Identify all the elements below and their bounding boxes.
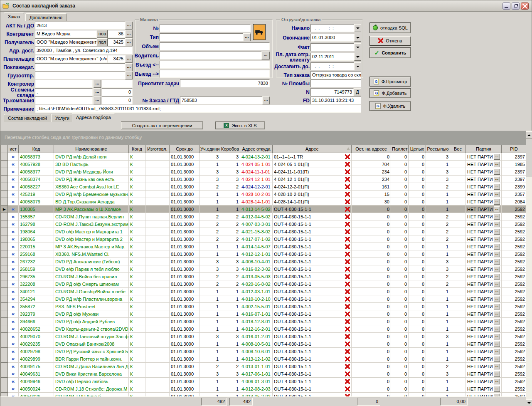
table-row[interactable]: «268159DVD е/ф Париж я тебя люблюК01.01.… xyxy=(1,265,526,273)
party-ellipsis-button[interactable]: ... xyxy=(494,199,500,205)
priority-field[interactable]: 7830 xyxy=(180,79,270,87)
delete-cross-icon[interactable] xyxy=(345,229,350,234)
machine-type-field[interactable] xyxy=(160,33,243,41)
kontroler-id-field[interactable] xyxy=(102,80,133,88)
party-ellipsis-button[interactable]: ... xyxy=(494,349,500,354)
machine-driver-field[interactable] xyxy=(160,52,261,59)
party-ellipsis-button[interactable]: ... xyxy=(494,319,500,324)
table-row[interactable]: «162798CD-ROM J.Такси3.Безумн.экстримК01… xyxy=(1,220,526,228)
delete-cross-icon[interactable] xyxy=(345,169,350,174)
delete-cross-icon[interactable] xyxy=(345,364,350,369)
table-row[interactable]: «425219DVD РД м/ф Бременские музыкан.К01… xyxy=(1,191,526,198)
party-ellipsis-button[interactable]: ... xyxy=(494,221,500,227)
table-row[interactable]: «40029798DVD РД Русский язык с Хрюшей 5К… xyxy=(1,348,526,355)
col-header-8[interactable]: Коробов xyxy=(220,145,240,153)
form-add-button[interactable]: GФ.Добавить xyxy=(369,88,411,98)
primechanie-field[interactable]: ; file=d:\EDI\MVideo\OUT\out_758583-2011… xyxy=(35,105,361,113)
plomba-field[interactable] xyxy=(310,79,361,87)
tab-zakaz[interactable]: Заказ xyxy=(4,12,24,21)
double-left-chevron-icon[interactable]: « xyxy=(12,312,15,317)
fakt-field[interactable] xyxy=(310,43,354,51)
col-header-14[interactable]: Россыпью xyxy=(426,145,450,153)
party-ellipsis-button[interactable]: ... xyxy=(494,154,500,160)
table-row[interactable]: «40058227XB360 Ace Combat Ass.Hor.LEК01.… xyxy=(1,183,526,191)
table-row[interactable]: «354294DVD РД м/ф Пластилин.воронаК01.01… xyxy=(1,295,526,303)
col-header-13[interactable]: Целых xyxy=(409,145,426,153)
tip-zakaza-field[interactable]: Отгрузка товара со скл xyxy=(310,71,361,79)
poklazhedat-field[interactable] xyxy=(35,63,125,71)
party-ellipsis-button[interactable]: ... xyxy=(494,326,500,332)
double-left-chevron-icon[interactable]: « xyxy=(12,304,15,309)
kontroler-ellipsis-button[interactable]: ... xyxy=(94,80,101,88)
delete-cross-icon[interactable] xyxy=(345,267,350,272)
delete-cross-icon[interactable] xyxy=(345,162,350,167)
delete-cross-icon[interactable] xyxy=(345,386,350,391)
double-left-chevron-icon[interactable]: « xyxy=(12,199,15,204)
table-row[interactable]: «40049175CD-ROM J.Даша Васильева Лич.Д.К… xyxy=(1,363,526,370)
col-header-4[interactable]: Конд xyxy=(129,145,145,153)
double-left-chevron-icon[interactable]: « xyxy=(12,192,15,197)
col-header-16[interactable]: Партия xyxy=(466,145,502,153)
scroll-up-button[interactable] xyxy=(526,131,532,139)
kontragent-id-field[interactable]: 86 xyxy=(108,30,125,38)
party-ellipsis-button[interactable]: ... xyxy=(494,311,500,317)
tab-adresa-podbora[interactable]: Адреса подбора xyxy=(72,113,115,122)
delete-cross-icon[interactable] xyxy=(345,282,350,287)
col-header-10[interactable]: Адрес xyxy=(273,145,352,153)
machine-num-field[interactable] xyxy=(160,24,251,32)
col-header-9[interactable]: Адрес откуда xyxy=(240,145,273,153)
delete-cross-icon[interactable] xyxy=(345,349,350,354)
machine-type-ellipsis-button[interactable]: ... xyxy=(243,33,251,41)
debug-sql-button[interactable]: отладка SQL xyxy=(369,22,411,33)
double-left-chevron-icon[interactable]: « xyxy=(12,274,15,279)
form-view-button[interactable]: GФ.Просмотр xyxy=(369,77,411,87)
okonchanie-dropdown-button[interactable] xyxy=(354,34,361,42)
n-suffix-button[interactable]: Д xyxy=(354,88,361,96)
table-row[interactable]: «40058079BD Д.Тор.Сказания АсгардаК01.01… xyxy=(1,198,526,205)
col-header-17[interactable]: PID xyxy=(502,145,526,153)
save-button[interactable]: ✓Сохранить xyxy=(369,47,411,58)
table-row[interactable]: «400579283D BD ПастырьК01.01.3000114-024… xyxy=(1,161,526,168)
delete-cross-icon[interactable] xyxy=(345,319,350,324)
double-left-chevron-icon[interactable]: « xyxy=(12,282,15,287)
nachalo-dropdown-button[interactable] xyxy=(354,24,361,32)
tr-kompania-ellipsis-button[interactable]: ... xyxy=(94,97,101,104)
fd-field[interactable]: 31.10.2011 10:21:43 xyxy=(310,97,361,104)
col-header-0[interactable] xyxy=(1,145,8,153)
double-left-chevron-icon[interactable]: « xyxy=(12,169,15,174)
double-left-chevron-icon[interactable]: « xyxy=(12,386,15,391)
double-left-chevron-icon[interactable]: « xyxy=(12,244,15,249)
double-left-chevron-icon[interactable]: « xyxy=(12,207,15,212)
delete-cross-icon[interactable] xyxy=(345,154,350,159)
scroll-down-button[interactable] xyxy=(526,399,532,406)
double-left-chevron-icon[interactable]: « xyxy=(12,356,15,361)
dostavit-dropdown-button[interactable] xyxy=(354,62,361,70)
poluchatel-id-field[interactable]: 3425 xyxy=(108,38,125,46)
delete-cross-icon[interactable] xyxy=(345,356,350,361)
double-left-chevron-icon[interactable]: « xyxy=(12,342,15,347)
table-row[interactable]: «40050026CD-ROM J.ПН.Кино.бК01.01.300011… xyxy=(1,393,526,397)
poluchatel-field[interactable]: ООО "М.видео Менеджмент" xyxy=(35,38,97,46)
kontroler-field[interactable] xyxy=(35,80,93,88)
tr-kompania-id-field[interactable]: 0 xyxy=(102,97,133,104)
party-ellipsis-button[interactable]: ... xyxy=(494,259,500,265)
party-ellipsis-button[interactable]: ... xyxy=(494,206,500,212)
minimize-button[interactable] xyxy=(502,2,510,10)
party-ellipsis-button[interactable]: ... xyxy=(494,184,500,190)
col-header-12[interactable]: Паллет xyxy=(391,145,409,153)
close-button[interactable] xyxy=(521,2,529,10)
col-header-15[interactable]: Вес xyxy=(450,145,466,153)
grouping-band[interactable]: Перетащите столбец сюда для группировки … xyxy=(0,131,526,145)
party-ellipsis-button[interactable]: ... xyxy=(494,229,500,235)
machine-volume-field[interactable] xyxy=(160,42,270,50)
gruzootpr-field[interactable] xyxy=(35,72,125,79)
akt-field[interactable]: 2613 xyxy=(35,22,125,30)
col-header-11[interactable]: Ост. на адресе xyxy=(352,145,391,153)
data-grid[interactable]: истКодНаименованиеКондИзготовл.Срок доУч… xyxy=(0,145,526,396)
scrollbar-thumb[interactable] xyxy=(526,139,532,177)
dostavit-field[interactable]: . . : : xyxy=(310,62,354,70)
double-left-chevron-icon[interactable]: « xyxy=(12,289,15,294)
st-smeny-id-field[interactable]: 0 xyxy=(102,88,133,96)
party-ellipsis-button[interactable]: ... xyxy=(494,334,500,339)
machine-out-field[interactable] xyxy=(160,70,270,78)
